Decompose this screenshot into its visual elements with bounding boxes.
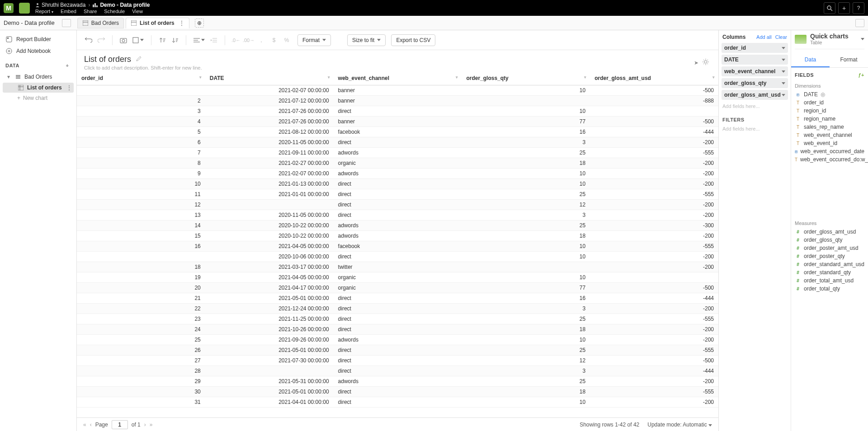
chart-settings-button[interactable] xyxy=(702,58,711,67)
column-pill-date[interactable]: DATE xyxy=(722,55,788,65)
add-data-button[interactable]: + xyxy=(64,62,71,69)
decimal-inc-button[interactable]: .00→ xyxy=(243,35,254,46)
table-row[interactable]: 292021-05-31 00:00:00adwords25-200 xyxy=(77,376,718,387)
table-row[interactable]: 242021-10-26 00:00:00direct18-200 xyxy=(77,324,718,335)
table-row[interactable]: 12direct12-200 xyxy=(77,200,718,210)
field-web-event-id[interactable]: Tweb_event_id xyxy=(795,139,864,147)
pager-prev[interactable]: ‹ xyxy=(90,422,92,428)
search-button[interactable] xyxy=(824,2,835,14)
add-button[interactable]: + xyxy=(838,2,850,14)
export-csv-button[interactable]: Export to CSV xyxy=(391,34,435,46)
currency-button[interactable]: $ xyxy=(269,35,279,46)
column-header-date[interactable]: DATE▾ xyxy=(205,71,334,85)
table-row[interactable]: 252021-09-26 00:00:00adwords10-200 xyxy=(77,335,718,345)
table-row[interactable]: 202021-04-17 00:00:00organic77-500 xyxy=(77,283,718,293)
field-order_poster_amt_usd[interactable]: #order_poster_amt_usd xyxy=(795,244,864,252)
edit-title-button[interactable] xyxy=(136,56,142,63)
rp-tab-format[interactable]: Format xyxy=(830,53,868,67)
decimal-dec-button[interactable]: .0← xyxy=(231,35,241,46)
add-tab-button[interactable]: ⊕ xyxy=(195,19,204,28)
field-order_total_qty[interactable]: #order_total_qty xyxy=(795,285,864,293)
table-row[interactable]: 92021-02-07 00:00:00adwords10-200 xyxy=(77,169,718,179)
chevron-down-icon[interactable] xyxy=(782,82,785,84)
panel-toggle-left[interactable] xyxy=(62,19,71,27)
workspace-icon[interactable] xyxy=(19,3,30,14)
menu-view[interactable]: View xyxy=(132,9,143,14)
field-order_poster_qty[interactable]: #order_poster_qty xyxy=(795,252,864,260)
breadcrumb-doc[interactable]: Demo - Data profile xyxy=(93,2,150,8)
table-row[interactable]: 192021-04-05 00:00:00organic10 xyxy=(77,272,718,283)
pager-next[interactable]: › xyxy=(144,422,146,428)
table-row[interactable]: 62020-11-05 00:00:00direct3-200 xyxy=(77,137,718,148)
table-row[interactable]: 222021-12-24 00:00:00direct3-200 xyxy=(77,304,718,314)
table-row[interactable]: 132020-11-05 00:00:00direct3-200 xyxy=(77,210,718,220)
add-field-button[interactable]: ƒ+ xyxy=(858,72,864,78)
table-row[interactable]: 2020-10-06 00:00:00direct10-200 xyxy=(77,252,718,262)
column-header-order_gloss_qty[interactable]: order_gloss_qty▾ xyxy=(462,71,590,85)
menu-report[interactable]: Report ▾ xyxy=(35,9,53,14)
field-order_gloss_amt_usd[interactable]: #order_gloss_amt_usd xyxy=(795,228,864,236)
table-row[interactable]: 312021-04-01 00:00:00direct10-200 xyxy=(77,397,718,408)
column-header-web_event_channel[interactable]: web_event_channel▾ xyxy=(334,71,462,85)
table-row[interactable]: 152020-10-22 00:00:00adwords18-200 xyxy=(77,231,718,241)
data-table-wrapper[interactable]: order_id▾DATE▾web_event_channel▾order_gl… xyxy=(77,71,718,417)
field-order_total_amt_usd[interactable]: #order_total_amt_usd xyxy=(795,276,864,285)
table-row[interactable]: 182021-03-17 00:00:00twitter-200 xyxy=(77,262,718,272)
field-region-name[interactable]: Tregion_name xyxy=(795,115,864,123)
new-chart-button[interactable]: + New chart xyxy=(3,94,74,103)
add-filter-field-drop[interactable]: Add fields here... xyxy=(722,124,788,136)
tab-bad-orders[interactable]: Bad Orders xyxy=(77,18,124,28)
undo-button[interactable] xyxy=(83,35,94,46)
column-pill-order_gloss_qty[interactable]: order_gloss_qty xyxy=(722,78,788,88)
tree-child-list-of-orders[interactable]: List of orders ⋮ xyxy=(3,83,74,93)
percent-button[interactable]: % xyxy=(281,35,292,46)
panel-toggle-right[interactable] xyxy=(855,19,864,27)
field-order_standard_amt_usd[interactable]: #order_standard_amt_usd xyxy=(795,260,864,268)
pager-first[interactable]: « xyxy=(83,422,86,428)
field-web-event-channel[interactable]: Tweb_event_channel xyxy=(795,131,864,139)
kebab-icon[interactable]: ⋮ xyxy=(66,84,72,91)
screenshot-button[interactable] xyxy=(118,35,129,46)
breadcrumb-user[interactable]: Shruthi Bezawada xyxy=(35,2,85,8)
table-row[interactable]: 2021-02-07 00:00:00banner10-500 xyxy=(77,85,718,96)
comma-button[interactable]: , xyxy=(256,35,267,46)
chart-description[interactable]: Click to add chart description. Shift-en… xyxy=(84,65,202,70)
field-order_standard_qty[interactable]: #order_standard_qty xyxy=(795,268,864,276)
column-header-order_gloss_amt_usd[interactable]: order_gloss_amt_usd▾ xyxy=(590,71,718,85)
column-pill-order_id[interactable]: order_id xyxy=(722,43,788,53)
chevron-down-icon[interactable] xyxy=(782,94,785,96)
app-logo[interactable]: M xyxy=(4,3,14,13)
field-web-event-occurred-date[interactable]: ⊞web_event_occurred_date xyxy=(795,147,864,155)
table-row[interactable]: 22021-07-12 00:00:00banner-888 xyxy=(77,96,718,106)
tab-list-of-orders[interactable]: List of orders⋮ xyxy=(126,18,189,28)
table-row[interactable]: 142020-10-22 00:00:00adwords25-300 xyxy=(77,220,718,231)
chevron-down-icon[interactable] xyxy=(782,47,785,49)
add-all-link[interactable]: Add all xyxy=(756,34,772,40)
chevron-down-icon[interactable] xyxy=(782,59,785,61)
kebab-icon[interactable]: ⋮ xyxy=(179,20,184,26)
field-order-id[interactable]: Torder_id xyxy=(795,98,864,107)
tree-root-bad-orders[interactable]: ▾ Bad Orders xyxy=(3,72,74,82)
quickchart-dropdown[interactable] xyxy=(861,38,864,40)
clear-link[interactable]: Clear xyxy=(775,34,787,40)
table-row[interactable]: 42021-07-26 00:00:00banner77-500 xyxy=(77,117,718,127)
update-mode-dropdown[interactable]: Automatic xyxy=(683,422,712,428)
field-sales-rep-name[interactable]: Tsales_rep_name xyxy=(795,123,864,131)
field-region-id[interactable]: Tregion_id xyxy=(795,107,864,115)
table-row[interactable]: 232021-11-25 00:00:00direct25-555 xyxy=(77,314,718,324)
size-to-fit-dropdown[interactable]: Size to fit xyxy=(347,34,386,46)
table-row[interactable]: 102021-01-13 00:00:00direct10-200 xyxy=(77,179,718,189)
chevron-down-icon[interactable] xyxy=(782,70,785,73)
rp-tab-data[interactable]: Data xyxy=(791,53,830,67)
pager-page-input[interactable] xyxy=(112,420,128,429)
redo-button[interactable] xyxy=(96,35,107,46)
field-order_gloss_qty[interactable]: #order_gloss_qty xyxy=(795,236,864,244)
table-row[interactable]: 82021-02-27 00:00:00organic18-200 xyxy=(77,158,718,169)
format-dropdown[interactable]: Format xyxy=(297,34,331,46)
table-row[interactable]: 302021-05-01 00:00:00direct18-555 xyxy=(77,387,718,397)
column-header-order_id[interactable]: order_id▾ xyxy=(77,71,205,85)
table-row[interactable]: 28direct3-444 xyxy=(77,366,718,376)
help-button[interactable]: ? xyxy=(853,2,864,14)
table-row[interactable]: 262021-05-01 00:00:00direct25-555 xyxy=(77,345,718,356)
table-row[interactable]: 212021-05-01 00:00:00direct16-444 xyxy=(77,293,718,304)
